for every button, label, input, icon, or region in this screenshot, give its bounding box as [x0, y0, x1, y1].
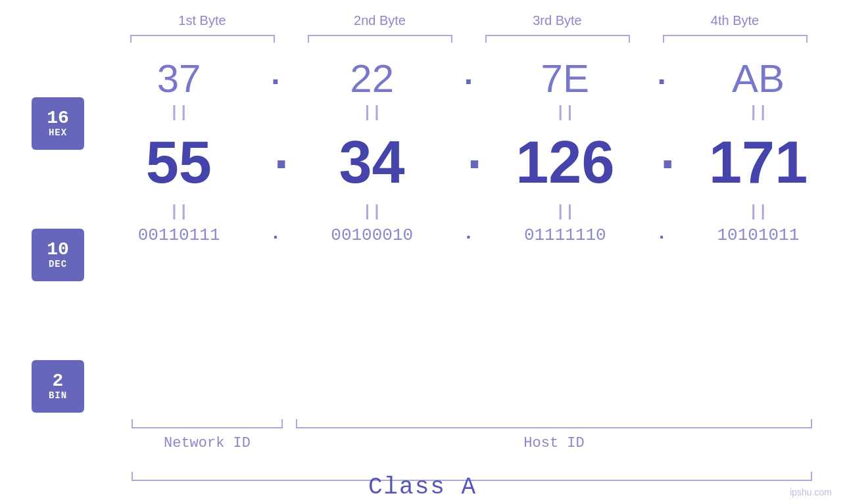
dot-bin-2: . — [459, 223, 478, 244]
eq-4: || — [671, 104, 845, 122]
top-bracket-row — [0, 35, 845, 43]
bin-base-label: 2 BIN — [32, 360, 84, 413]
bin-row: 00110111 . 00100010 . 01111110 . 1010101… — [0, 223, 845, 247]
top-bracket-3 — [485, 35, 630, 43]
dot-1: . — [266, 58, 285, 93]
equals-row-2: || || || || — [0, 203, 845, 221]
dec-value-4: 171 — [671, 129, 845, 196]
bin-value-3: 01111110 — [478, 225, 652, 245]
hex-value-2: 22 — [285, 56, 459, 101]
host-id-label: Host ID — [296, 435, 812, 451]
byte-header-3: 3rd Byte — [469, 13, 646, 28]
eq-1: || — [92, 104, 266, 122]
hex-row: 37 . 22 . 7E . AB — [0, 56, 845, 101]
dot-dec-1: . — [266, 124, 285, 194]
byte-headers: 1st Byte 2nd Byte 3rd Byte 4th Byte — [0, 13, 845, 28]
bottom-section: Network ID Host ID — [132, 419, 812, 451]
top-bracket-2 — [308, 35, 452, 43]
network-id-label: Network ID — [132, 435, 283, 451]
dot-2: . — [459, 58, 478, 93]
eq2-1: || — [92, 203, 266, 221]
dot-dec-3: . — [652, 124, 671, 194]
dot-3: . — [652, 58, 671, 93]
bin-value-1: 00110111 — [92, 225, 266, 245]
hex-value-3: 7E — [478, 56, 652, 101]
network-bracket — [132, 419, 283, 428]
dec-value-3: 126 — [479, 129, 652, 196]
eq2-4: || — [671, 203, 845, 221]
eq-3: || — [478, 104, 652, 122]
dec-value-2: 34 — [285, 129, 459, 196]
class-label: Class A — [368, 474, 477, 501]
dec-value-1: 55 — [92, 129, 266, 196]
equals-row-1: || || || || — [0, 104, 845, 122]
base-labels: 16 HEX 10 DEC 2 BIN — [32, 97, 84, 413]
top-bracket-4 — [663, 35, 808, 43]
byte-header-2: 2nd Byte — [291, 13, 469, 28]
eq2-3: || — [478, 203, 652, 221]
host-bracket — [296, 419, 812, 428]
bin-value-2: 00100010 — [285, 225, 459, 245]
dot-dec-2: . — [459, 124, 479, 194]
hex-base-label: 16 HEX — [32, 97, 84, 150]
dec-base-label: 10 DEC — [32, 229, 84, 281]
byte-header-1: 1st Byte — [114, 13, 291, 28]
bottom-brackets — [132, 419, 812, 428]
dot-bin-3: . — [652, 223, 671, 244]
bin-value-4: 10101011 — [671, 225, 845, 245]
dec-row: 55 . 34 . 126 . 171 — [0, 124, 845, 200]
watermark: ipshu.com — [790, 487, 832, 497]
hex-value-1: 37 — [92, 56, 266, 101]
dot-bin-1: . — [266, 223, 285, 244]
eq2-2: || — [285, 203, 459, 221]
bottom-labels: Network ID Host ID — [132, 435, 812, 451]
hex-value-4: AB — [671, 56, 845, 101]
byte-header-4: 4th Byte — [646, 13, 824, 28]
eq-2: || — [285, 104, 459, 122]
top-bracket-1 — [130, 35, 275, 43]
